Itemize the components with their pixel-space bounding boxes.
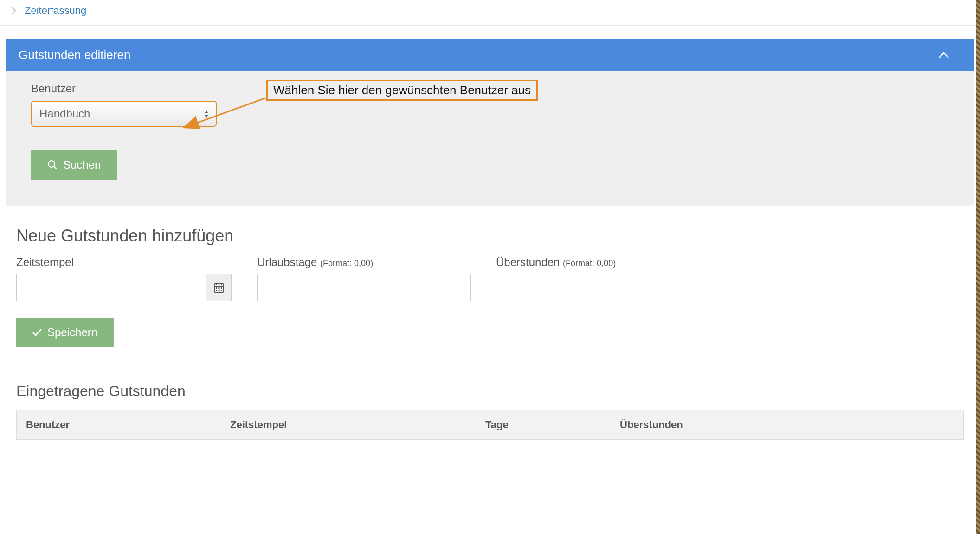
svg-rect-11 xyxy=(216,290,217,291)
vacation-input[interactable] xyxy=(257,274,471,301)
col-timestamp: Zeitstempel xyxy=(230,419,485,431)
svg-rect-12 xyxy=(218,290,219,291)
timestamp-group: Zeitstempel xyxy=(16,256,232,301)
overtime-group: Überstunden (Format: 0,00) xyxy=(496,256,709,301)
datepicker-button[interactable] xyxy=(206,274,232,301)
calendar-icon xyxy=(213,282,225,293)
user-select[interactable]: Handbuch ▲▼ xyxy=(31,101,217,127)
overtime-input[interactable] xyxy=(496,274,709,301)
timestamp-label: Zeitstempel xyxy=(16,256,232,269)
list-section: Eingetragene Gutstunden Benutzer Zeitste… xyxy=(16,383,964,440)
vacation-group: Urlaubstage (Format: 0,00) xyxy=(257,256,471,301)
chevron-right-icon xyxy=(12,7,16,14)
overtime-format-hint: (Format: 0,00) xyxy=(563,259,616,268)
col-days: Tage xyxy=(485,419,620,431)
col-user: Benutzer xyxy=(26,419,230,431)
breadcrumb: Zeiterfassung xyxy=(0,0,980,26)
svg-point-2 xyxy=(48,161,55,167)
table-header-row: Benutzer Zeitstempel Tage Überstunden xyxy=(16,410,964,440)
overtime-label: Überstunden (Format: 0,00) xyxy=(496,256,709,269)
right-edge-decoration xyxy=(976,0,980,440)
overtime-label-text: Überstunden xyxy=(496,256,560,268)
panel-collapse-toggle[interactable] xyxy=(938,52,961,59)
callout-annotation: Wählen Sie hier den gewünschten Benutzer… xyxy=(266,80,538,101)
add-section-title: Neue Gutstunden hinzufügen xyxy=(16,226,964,246)
section-divider xyxy=(16,366,964,366)
vacation-label-text: Urlaubstage xyxy=(257,256,317,268)
save-button[interactable]: Speichern xyxy=(16,318,114,347)
svg-rect-9 xyxy=(218,287,219,289)
search-button-label: Suchen xyxy=(63,158,101,171)
panel-gutstunden-editieren: Gutstunden editieren Benutzer Handbuch ▲… xyxy=(6,39,974,205)
breadcrumb-link-zeiterfassung[interactable]: Zeiterfassung xyxy=(25,5,86,17)
search-icon xyxy=(47,160,58,170)
user-select-value: Handbuch xyxy=(39,107,90,120)
panel-body: Benutzer Handbuch ▲▼ Wählen Sie hier den… xyxy=(6,71,974,205)
timestamp-input[interactable] xyxy=(16,274,206,301)
svg-rect-13 xyxy=(221,290,222,291)
save-button-label: Speichern xyxy=(47,326,97,339)
chevron-up-icon xyxy=(938,52,949,59)
svg-rect-8 xyxy=(216,287,217,289)
vacation-format-hint: (Format: 0,00) xyxy=(320,259,373,268)
panel-title: Gutstunden editieren xyxy=(19,48,130,62)
check-icon xyxy=(32,329,42,336)
panel-header-divider xyxy=(936,44,936,66)
vacation-label: Urlaubstage (Format: 0,00) xyxy=(257,256,471,269)
add-gutstunden-section: Neue Gutstunden hinzufügen Zeitstempel xyxy=(16,226,964,347)
search-button[interactable]: Suchen xyxy=(31,150,117,180)
svg-line-3 xyxy=(54,166,57,169)
panel-header: Gutstunden editieren xyxy=(6,39,974,71)
col-actions xyxy=(852,419,954,431)
select-arrows-icon: ▲▼ xyxy=(204,109,209,118)
list-section-title: Eingetragene Gutstunden xyxy=(16,383,964,400)
col-overtime: Überstunden xyxy=(620,419,852,431)
svg-rect-10 xyxy=(221,287,222,289)
